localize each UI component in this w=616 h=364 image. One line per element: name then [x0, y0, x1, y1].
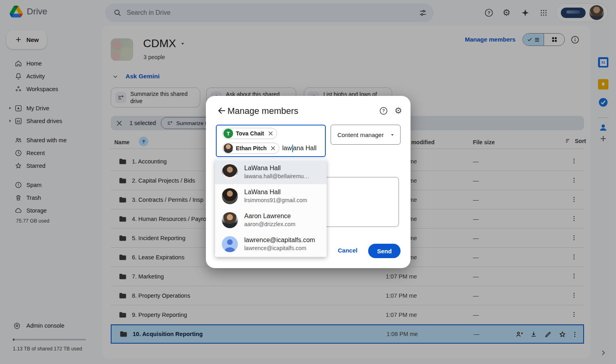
- role-select[interactable]: Content manager: [331, 125, 401, 145]
- avatar: [222, 164, 238, 180]
- help-icon[interactable]: ?: [379, 106, 388, 115]
- generic-person-avatar: [222, 236, 238, 252]
- send-button[interactable]: Send: [368, 244, 401, 258]
- suggestion-item[interactable]: Aaron Lawrence aaron@drizzlex.com: [215, 208, 327, 232]
- back-arrow-icon[interactable]: [217, 106, 227, 115]
- avatar: [222, 212, 238, 228]
- recipient-chip[interactable]: T Tova Chait: [222, 128, 277, 139]
- suggestion-item[interactable]: LaWana Hall lawana.hall@bellairemu…: [215, 160, 327, 184]
- dialog-title: Manage members: [227, 106, 298, 116]
- suggestion-item[interactable]: LaWana Hall lrsimmons91@gmail.com: [215, 184, 327, 208]
- suggestion-item[interactable]: lawrence@icapitalfs.com lawrence@icapita…: [215, 232, 327, 256]
- typed-query-text[interactable]: lawana Hall: [282, 145, 317, 152]
- remove-chip-icon[interactable]: [269, 145, 277, 152]
- cancel-button[interactable]: Cancel: [338, 247, 357, 254]
- avatar: T: [223, 129, 233, 138]
- recipient-chip[interactable]: Ethan Pitch: [222, 143, 279, 154]
- remove-chip-icon[interactable]: [267, 130, 274, 137]
- avatar: [223, 143, 233, 153]
- contact-suggestions-dropdown: LaWana Hall lawana.hall@bellairemu… LaWa…: [215, 159, 327, 257]
- svg-text:?: ?: [382, 108, 385, 113]
- caret-down-icon: [390, 132, 395, 137]
- avatar: [222, 188, 238, 204]
- recipients-input[interactable]: T Tova Chait Ethan Pitch lawana Hall: [216, 125, 326, 157]
- share-settings-gear-icon[interactable]: ⚙: [395, 106, 402, 115]
